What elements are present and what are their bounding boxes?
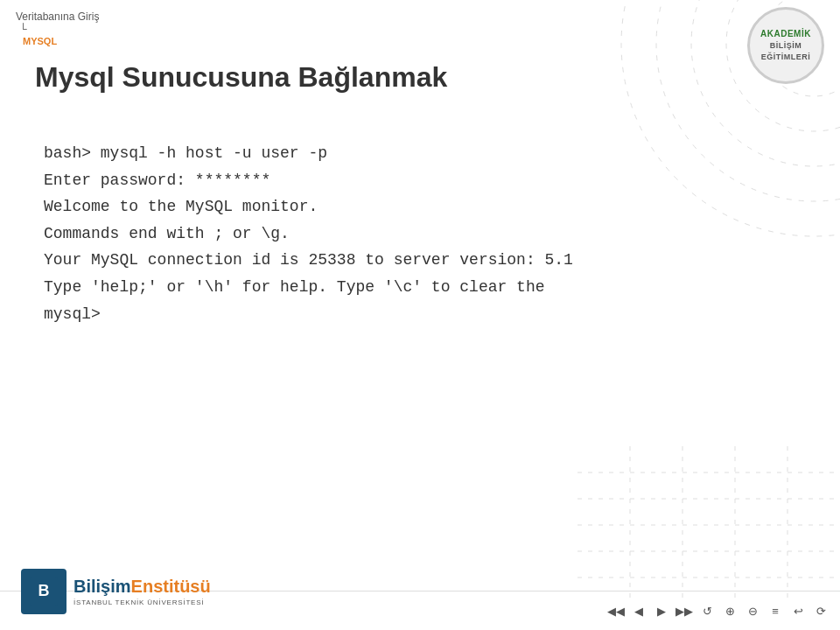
institute-sub: İSTANBUL TEKNİK ÜNİVERSİTESİ — [74, 598, 211, 606]
nav-first-button[interactable]: ◀◀ — [607, 602, 625, 620]
institute-name-row: BilişimEnstitüsü — [74, 577, 211, 597]
breadcrumb-child: MYSQL — [23, 36, 57, 46]
nav-menu-button[interactable]: ≡ — [766, 602, 784, 620]
breadcrumb: Veritabanına Giriş └ MYSQL — [16, 10, 99, 47]
code-line-5: Your MySQL connection id is 25338 to ser… — [44, 247, 796, 274]
brand-logo: AKADEMİK BİLİŞİM EĞİTİMLERİ — [747, 7, 824, 84]
brand-line3: EĞİTİMLERİ — [761, 52, 811, 63]
brand-line1: AKADEMİK — [760, 28, 811, 40]
brand-line2: BİLİŞİM — [770, 40, 802, 52]
code-line-6: Type 'help;' or '\h' for help. Type '\c'… — [44, 274, 796, 301]
institute-icon: B — [21, 569, 66, 614]
code-line-4: Commands end with ; or \g. — [44, 220, 796, 248]
code-line-1: bash> mysql -h host -u user -p — [44, 140, 796, 167]
nav-last-button[interactable]: ▶▶ — [676, 602, 693, 620]
bottom-logo: B BilişimEnstitüsü İSTANBUL TEKNİK ÜNİVE… — [21, 569, 211, 614]
code-block: bash> mysql -h host -u user -p Enter pas… — [44, 140, 796, 327]
nav-prev-button[interactable]: ◀ — [630, 602, 648, 620]
nav-zoom-in-button[interactable]: ⊕ — [721, 602, 738, 620]
nav-next-button[interactable]: ▶ — [653, 602, 670, 620]
nav-bar: ◀◀ ◀ ▶ ▶▶ ↺ ⊕ ⊖ ≡ ↩ ⟳ — [607, 602, 830, 620]
svg-text:B: B — [38, 582, 50, 599]
nav-refresh-button[interactable]: ↺ — [698, 602, 716, 620]
nav-back-button[interactable]: ↩ — [789, 602, 807, 620]
bilisim-text: Bilişim — [74, 577, 131, 596]
code-line-2: Enter password: ******** — [44, 167, 796, 194]
code-line-7: mysql> — [44, 301, 796, 328]
page-title: Mysql Sunucusuna Bağlanmak — [35, 61, 447, 94]
brand-logo-circle: AKADEMİK BİLİŞİM EĞİTİMLERİ — [747, 7, 824, 84]
nav-loop-button[interactable]: ⟳ — [812, 602, 830, 620]
main-content: bash> mysql -h host -u user -p Enter pas… — [44, 140, 796, 327]
enstitusu-text: Enstitüsü — [131, 577, 211, 596]
code-line-3: Welcome to the MySQL monitor. — [44, 193, 796, 220]
nav-zoom-out-button[interactable]: ⊖ — [744, 602, 761, 620]
breadcrumb-parent: Veritabanına Giriş — [16, 10, 99, 23]
institute-name: BilişimEnstitüsü İSTANBUL TEKNİK ÜNİVERS… — [74, 577, 211, 606]
breadcrumb-separator: └ — [19, 23, 99, 35]
